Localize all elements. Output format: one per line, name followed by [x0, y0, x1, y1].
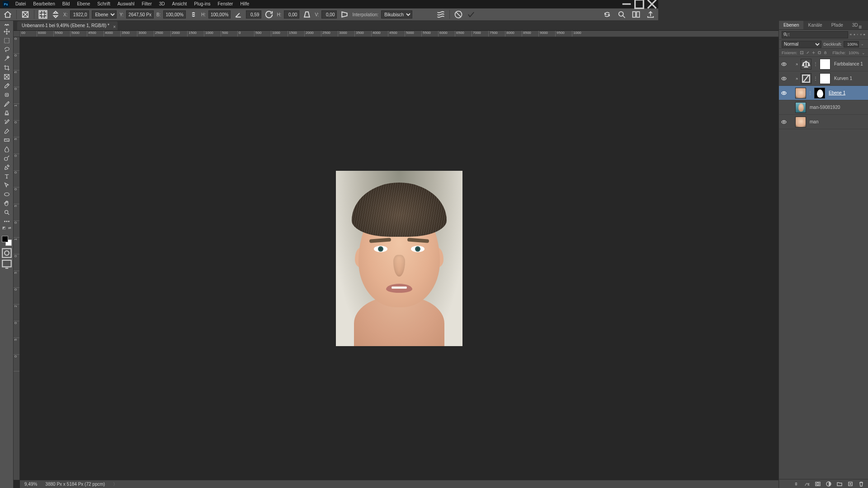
cancel-transform-icon[interactable] — [453, 9, 463, 19]
window-minimize[interactable] — [620, 0, 633, 8]
svg-point-23 — [4, 221, 5, 222]
move-tool-icon[interactable] — [1, 27, 13, 36]
window-maximize[interactable] — [633, 0, 646, 8]
angle-field[interactable]: 0,59 — [246, 10, 261, 19]
type-tool-icon[interactable] — [1, 172, 13, 181]
brush-tool-icon[interactable] — [1, 99, 13, 108]
eraser-tool-icon[interactable] — [1, 127, 13, 136]
svg-rect-26 — [2, 249, 11, 258]
svg-rect-15 — [637, 12, 639, 18]
document-tab[interactable]: Unbenannt-1 bei 9,49% (Ebene 1, RGB/8) *… — [17, 21, 118, 30]
history-brush-icon[interactable] — [1, 117, 13, 127]
menu-filter[interactable]: Filter — [138, 0, 156, 8]
width-label: B: — [156, 12, 160, 17]
svg-point-3 — [40, 12, 41, 12]
svg-point-22 — [5, 211, 8, 214]
reference-point-icon[interactable] — [38, 9, 48, 19]
svg-point-5 — [45, 12, 46, 12]
svg-point-4 — [42, 12, 43, 12]
transform-tool-icon[interactable] — [20, 9, 30, 19]
warp-mode-icon[interactable] — [436, 9, 446, 19]
shape-tool-icon[interactable] — [1, 190, 13, 199]
window-close[interactable] — [646, 0, 658, 8]
svg-point-20 — [4, 157, 7, 160]
menu-bild[interactable]: Bild — [59, 0, 74, 8]
menu-datei[interactable]: Datei — [12, 0, 29, 8]
zoom-tool-icon[interactable] — [1, 208, 13, 217]
arrange-icon[interactable] — [631, 9, 641, 19]
interpolation-label: Interpolation: — [352, 12, 378, 17]
foreground-color-swatch[interactable] — [2, 236, 8, 242]
document-tab-title: Unbenannt-1 bei 9,49% (Ebene 1, RGB/8) * — [22, 23, 109, 28]
canvas-image — [336, 171, 462, 346]
collapse-icon[interactable] — [1, 23, 13, 27]
dodge-tool-icon[interactable] — [1, 154, 13, 163]
healing-tool-icon[interactable] — [1, 90, 13, 99]
svg-point-6 — [40, 14, 41, 14]
home-icon[interactable] — [3, 9, 13, 19]
menu-fenster[interactable]: Fenster — [214, 0, 236, 8]
x-field[interactable]: 1922,0 — [70, 10, 89, 19]
commit-transform-icon[interactable] — [466, 9, 476, 19]
lasso-tool-icon[interactable] — [1, 45, 13, 54]
menu-plug-ins[interactable]: Plug-ins — [190, 0, 214, 8]
menu-bearbeiten[interactable]: Bearbeiten — [29, 0, 58, 8]
skew-h-label: H: — [277, 12, 281, 17]
blur-tool-icon[interactable] — [1, 145, 13, 154]
svg-point-9 — [40, 17, 41, 17]
main-menu: DateiBearbeitenBildEbeneSchriftAuswahlFi… — [12, 0, 253, 8]
skew-h-field[interactable]: 0,00 — [284, 10, 299, 19]
gradient-tool-icon[interactable] — [1, 136, 13, 145]
skew-v-field[interactable]: 0,00 — [321, 10, 337, 19]
svg-rect-0 — [635, 0, 644, 8]
svg-point-13 — [619, 12, 623, 16]
ruler-horizontal[interactable]: 0060005500500045004000350030002500200015… — [20, 31, 658, 37]
color-swatches[interactable] — [1, 235, 13, 247]
canvas-stage[interactable] — [20, 37, 658, 369]
swatch-mini-controls[interactable]: ◩⇄ — [1, 226, 13, 232]
menu-schrift[interactable]: Schrift — [94, 0, 113, 8]
menu-auswahl[interactable]: Auswahl — [114, 0, 138, 8]
x-label: X: — [63, 12, 67, 17]
svg-point-21 — [4, 193, 9, 196]
eyedropper-tool-icon[interactable] — [1, 81, 13, 90]
screenmode-icon[interactable] — [1, 259, 13, 268]
skew-v-label: V: — [315, 12, 319, 17]
menu-ebene[interactable]: Ebene — [73, 0, 94, 8]
height-label: H: — [201, 12, 206, 17]
ruler-origin[interactable] — [14, 31, 20, 37]
width-field[interactable]: 100,00% — [163, 10, 185, 19]
share-icon[interactable] — [646, 9, 656, 19]
svg-rect-16 — [4, 38, 9, 43]
svg-rect-28 — [2, 260, 11, 267]
sync-icon[interactable] — [602, 9, 612, 19]
svg-point-27 — [5, 251, 9, 255]
marquee-tool-icon[interactable] — [1, 36, 13, 45]
height-field[interactable]: 100,00% — [208, 10, 231, 19]
svg-point-7 — [42, 14, 43, 15]
quickmask-icon[interactable] — [1, 249, 13, 258]
menu-hilfe[interactable]: Hilfe — [236, 0, 253, 8]
interpolation-select[interactable]: Bikubisch — [381, 10, 412, 19]
svg-point-25 — [8, 221, 9, 222]
menu-ansicht[interactable]: Ansicht — [169, 0, 191, 8]
path-select-icon[interactable] — [1, 181, 13, 190]
close-tab-icon[interactable]: × — [113, 23, 116, 32]
pen-tool-icon[interactable] — [1, 163, 13, 172]
document-tabs: Unbenannt-1 bei 9,49% (Ebene 1, RGB/8) *… — [14, 21, 658, 31]
link-wh-icon[interactable] — [189, 9, 198, 19]
wand-tool-icon[interactable] — [1, 54, 13, 63]
unit-select[interactable]: Ebene — [92, 10, 117, 19]
hand-tool-icon[interactable] — [1, 199, 13, 208]
rotate-icon[interactable] — [264, 9, 274, 19]
search-icon[interactable] — [617, 9, 627, 19]
more-tools-icon[interactable] — [1, 217, 13, 226]
relative-toggle-icon[interactable] — [51, 9, 61, 19]
y-field[interactable]: 2647,50 Px — [126, 10, 154, 19]
crop-tool-icon[interactable] — [1, 63, 13, 72]
frame-tool-icon[interactable] — [1, 72, 13, 81]
ruler-vertical[interactable]: 00501050005010502050 — [14, 37, 20, 369]
stamp-tool-icon[interactable] — [1, 108, 13, 117]
menu-3d[interactable]: 3D — [156, 0, 169, 8]
svg-point-8 — [45, 14, 46, 14]
